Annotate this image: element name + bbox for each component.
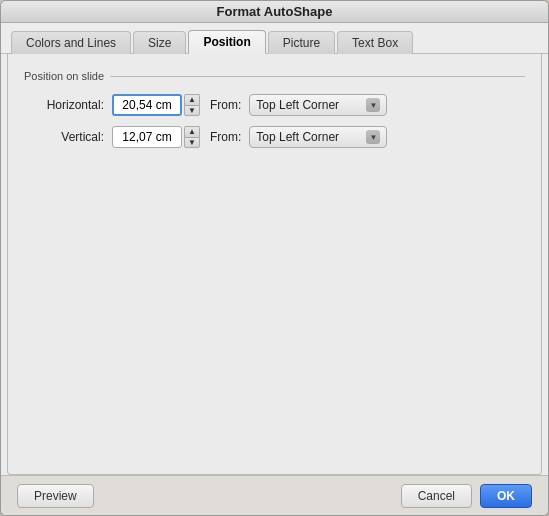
up-arrow-icon: ▲ — [188, 128, 196, 136]
horizontal-row: Horizontal: ▲ ▼ From: Top Left Corner ▼ — [24, 94, 525, 116]
bottom-bar: Preview Cancel OK — [1, 475, 548, 515]
vertical-from-value: Top Left Corner — [256, 130, 339, 144]
cancel-button[interactable]: Cancel — [401, 484, 472, 508]
tab-colors-and-lines[interactable]: Colors and Lines — [11, 31, 131, 54]
horizontal-spinner: ▲ ▼ — [184, 94, 200, 116]
vertical-spinner: ▲ ▼ — [184, 126, 200, 148]
tabs-bar: Colors and Lines Size Position Picture T… — [1, 23, 548, 54]
content-area: Position on slide Horizontal: ▲ ▼ From: … — [7, 54, 542, 475]
horizontal-from-dropdown[interactable]: Top Left Corner ▼ — [249, 94, 387, 116]
tab-position[interactable]: Position — [188, 30, 265, 54]
vertical-input-group: ▲ ▼ — [112, 126, 200, 148]
section-label: Position on slide — [24, 70, 525, 82]
down-arrow-icon: ▼ — [188, 139, 196, 147]
bottom-left: Preview — [17, 484, 94, 508]
ok-button[interactable]: OK — [480, 484, 532, 508]
vertical-row: Vertical: ▲ ▼ From: Top Left Corner ▼ — [24, 126, 525, 148]
vertical-down-btn[interactable]: ▼ — [184, 137, 200, 148]
tab-text-box[interactable]: Text Box — [337, 31, 413, 54]
vertical-up-btn[interactable]: ▲ — [184, 126, 200, 137]
tab-picture[interactable]: Picture — [268, 31, 335, 54]
vertical-from-dropdown[interactable]: Top Left Corner ▼ — [249, 126, 387, 148]
horizontal-input[interactable] — [112, 94, 182, 116]
horizontal-from-value: Top Left Corner — [256, 98, 339, 112]
up-arrow-icon: ▲ — [188, 96, 196, 104]
horizontal-from-label: From: — [210, 98, 241, 112]
vertical-input[interactable] — [112, 126, 182, 148]
format-autoshape-window: Format AutoShape Colors and Lines Size P… — [0, 0, 549, 516]
horizontal-input-group: ▲ ▼ — [112, 94, 200, 116]
title-bar: Format AutoShape — [1, 1, 548, 23]
vertical-from-label: From: — [210, 130, 241, 144]
horizontal-up-btn[interactable]: ▲ — [184, 94, 200, 105]
vertical-label: Vertical: — [24, 130, 104, 144]
bottom-right: Cancel OK — [401, 484, 532, 508]
preview-button[interactable]: Preview — [17, 484, 94, 508]
down-arrow-icon: ▼ — [188, 107, 196, 115]
vertical-dropdown-arrow-icon: ▼ — [366, 130, 380, 144]
horizontal-down-btn[interactable]: ▼ — [184, 105, 200, 116]
horizontal-label: Horizontal: — [24, 98, 104, 112]
horizontal-dropdown-arrow-icon: ▼ — [366, 98, 380, 112]
tab-size[interactable]: Size — [133, 31, 186, 54]
window-title: Format AutoShape — [217, 4, 333, 19]
